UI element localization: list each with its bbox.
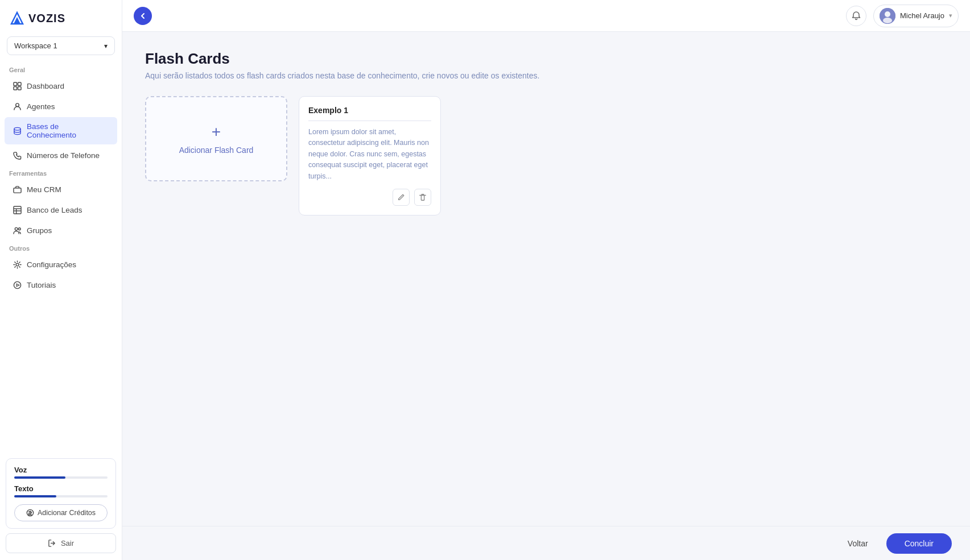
main-area: Michel Araujo ▾ Flash Cards Aqui serão l… — [122, 0, 970, 560]
sidebar-item-meu-crm-label: Meu CRM — [27, 185, 61, 194]
section-outros: Outros — [0, 240, 122, 254]
texto-label: Texto — [14, 484, 108, 493]
bell-icon — [852, 11, 861, 20]
user-menu-button[interactable]: Michel Araujo ▾ — [873, 5, 959, 27]
svg-point-13 — [15, 227, 18, 230]
svg-point-20 — [885, 11, 890, 17]
edit-flash-card-button[interactable] — [393, 189, 410, 206]
svg-rect-9 — [13, 206, 20, 213]
page-title: Flash Cards — [145, 50, 947, 68]
add-flash-card-label: Adicionar Flash Card — [179, 146, 254, 155]
grid-icon — [13, 81, 22, 90]
page-description: Aqui serão listados todos os flash cards… — [145, 71, 947, 80]
edit-icon — [397, 193, 405, 201]
sidebar-item-agentes-label: Agentes — [27, 102, 55, 111]
svg-rect-3 — [18, 82, 21, 85]
user-name: Michel Araujo — [900, 11, 944, 20]
flash-card-text: Lorem ipsum dolor sit amet, consectetur … — [308, 127, 431, 182]
svg-point-7 — [14, 127, 20, 130]
sidebar-item-tutoriais-label: Tutoriais — [27, 281, 56, 289]
sidebar-item-agentes[interactable]: Agentes — [5, 97, 117, 116]
table-icon — [13, 205, 22, 214]
workspace-label: Workspace 1 — [14, 42, 57, 50]
sidebar-item-bases-de-conhecimento[interactable]: Bases de Conhecimento — [5, 117, 117, 144]
notification-button[interactable] — [846, 6, 866, 26]
play-icon — [13, 280, 22, 289]
avatar — [880, 8, 895, 24]
briefcase-icon — [13, 185, 22, 194]
sidebar-item-numeros-label: Números de Telefone — [27, 151, 100, 160]
svg-rect-5 — [18, 86, 21, 90]
sidebar-item-numeros-de-telefone[interactable]: Números de Telefone — [5, 146, 117, 165]
section-ferramentas: Ferramentas — [0, 165, 122, 179]
flash-card-divider — [308, 121, 431, 121]
workspace-selector[interactable]: Workspace 1 — [7, 36, 115, 55]
coins-icon — [26, 509, 34, 517]
section-geral: Geral — [0, 62, 122, 76]
texto-bar-bg — [14, 495, 108, 497]
sidebar-item-dashboard[interactable]: Dashboard — [5, 76, 117, 96]
add-flash-card-button[interactable]: + Adicionar Flash Card — [145, 96, 287, 181]
svg-point-15 — [16, 263, 19, 266]
add-credits-label: Adicionar Créditos — [38, 509, 96, 517]
sair-button[interactable]: Sair — [6, 533, 116, 553]
voz-bar-bg — [14, 476, 108, 479]
user-chevron-icon: ▾ — [949, 12, 952, 19]
voz-label: Voz — [14, 466, 108, 474]
sidebar-item-banco-leads-label: Banco de Leads — [27, 206, 82, 214]
voltar-button[interactable]: Voltar — [839, 534, 877, 553]
svg-point-6 — [15, 103, 19, 106]
delete-flash-card-button[interactable] — [414, 189, 431, 206]
svg-rect-8 — [13, 188, 20, 192]
chevron-left-icon — [139, 13, 146, 19]
gear-icon — [13, 260, 22, 269]
svg-marker-17 — [16, 284, 19, 287]
svg-rect-2 — [13, 82, 16, 85]
database-icon — [13, 126, 22, 135]
svg-point-14 — [18, 227, 20, 230]
trash-icon — [419, 193, 427, 201]
concluir-button[interactable]: Concluir — [886, 533, 952, 554]
sidebar-item-grupos-label: Grupos — [27, 226, 52, 235]
avatar-image — [880, 8, 895, 24]
sidebar-item-configuracoes[interactable]: Configurações — [5, 255, 117, 274]
flash-card: Exemplo 1 Lorem ipsum dolor sit amet, co… — [299, 96, 441, 215]
flash-cards-grid: + Adicionar Flash Card Exemplo 1 Lorem i… — [145, 96, 947, 215]
svg-point-21 — [883, 18, 892, 23]
add-credits-button[interactable]: Adicionar Créditos — [14, 504, 108, 521]
flash-card-actions — [308, 189, 431, 206]
logo: VOZIS — [0, 0, 122, 34]
sidebar-item-bases-label: Bases de Conhecimento — [27, 122, 109, 139]
sidebar-item-tutoriais[interactable]: Tutoriais — [5, 275, 117, 294]
page-content: Flash Cards Aqui serão listados todos os… — [122, 32, 970, 526]
back-navigation-button[interactable] — [134, 7, 152, 25]
voz-bar-fill — [14, 476, 65, 479]
logo-text: VOZIS — [28, 12, 65, 25]
sidebar-item-grupos[interactable]: Grupos — [5, 221, 117, 240]
sidebar-item-banco-de-leads[interactable]: Banco de Leads — [5, 200, 117, 219]
svg-rect-4 — [13, 86, 16, 90]
phone-icon — [13, 151, 22, 160]
sidebar-item-dashboard-label: Dashboard — [27, 82, 64, 90]
users-icon — [13, 226, 22, 235]
plus-icon: + — [212, 123, 221, 141]
flash-card-title: Exemplo 1 — [308, 106, 431, 115]
sidebar: VOZIS Workspace 1 Geral Dashboard Agente… — [0, 0, 122, 560]
sidebar-item-meu-crm[interactable]: Meu CRM — [5, 180, 117, 199]
header: Michel Araujo ▾ — [122, 0, 970, 32]
logout-icon — [48, 539, 56, 547]
texto-bar-fill — [14, 495, 56, 497]
sidebar-item-configuracoes-label: Configurações — [27, 260, 76, 269]
footer: Voltar Concluir — [122, 526, 970, 560]
credits-box: Voz Texto Adicionar Créditos — [6, 458, 116, 529]
vozis-logo-icon — [9, 10, 25, 26]
person-icon — [13, 102, 22, 111]
chevron-down-icon — [104, 42, 108, 50]
sair-label: Sair — [61, 539, 74, 547]
